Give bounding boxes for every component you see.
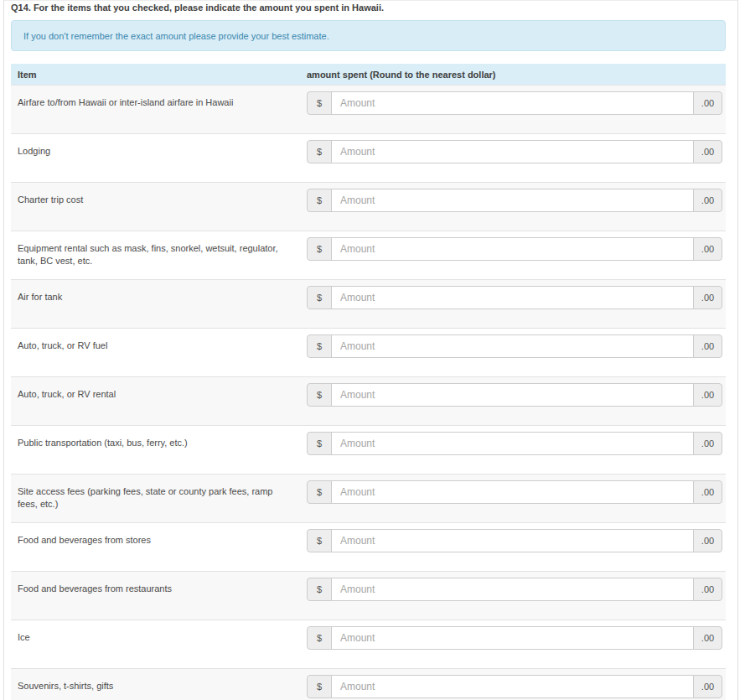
amount-input-group: $ .00 xyxy=(307,286,722,309)
amount-spent-table: Item amount spent (Round to the nearest … xyxy=(11,64,726,700)
cents-suffix: .00 xyxy=(693,189,722,212)
amount-cell: $ .00 xyxy=(307,669,726,700)
cents-suffix: .00 xyxy=(693,626,722,650)
table-body: Airfare to/from Hawaii or inter-island a… xyxy=(11,85,726,700)
amount-input-group: $ .00 xyxy=(307,432,722,455)
table-row: Airfare to/from Hawaii or inter-island a… xyxy=(11,85,726,133)
amount-input[interactable] xyxy=(331,334,694,358)
table-row: Site access fees (parking fees, state or… xyxy=(11,474,726,522)
item-label: Lodging xyxy=(11,134,307,182)
cents-suffix: .00 xyxy=(693,140,722,163)
question-hint-box: If you don't remember the exact amount p… xyxy=(11,20,726,51)
page-left-divider xyxy=(3,0,4,700)
amount-input[interactable] xyxy=(331,578,694,601)
amount-cell: $ .00 xyxy=(307,280,726,328)
amount-input-group: $ .00 xyxy=(307,91,722,115)
cents-suffix: .00 xyxy=(693,334,722,358)
item-label: Food and beverages from restaurants xyxy=(11,572,307,620)
table-row: Food and beverages from stores $ .00 xyxy=(11,522,726,571)
amount-input[interactable] xyxy=(331,91,694,115)
table-row: Souvenirs, t-shirts, gifts $ .00 xyxy=(11,668,726,700)
amount-input[interactable] xyxy=(331,626,694,650)
currency-prefix: $ xyxy=(307,237,332,261)
currency-prefix: $ xyxy=(307,91,332,115)
amount-cell: $ .00 xyxy=(307,572,726,620)
cents-suffix: .00 xyxy=(693,529,722,552)
item-label: Ice xyxy=(11,620,307,668)
currency-prefix: $ xyxy=(307,383,332,407)
cents-suffix: .00 xyxy=(693,432,722,455)
column-header-item: Item xyxy=(11,70,307,80)
column-header-amount: amount spent (Round to the nearest dolla… xyxy=(307,70,726,80)
cents-suffix: .00 xyxy=(693,480,722,504)
item-label: Airfare to/from Hawaii or inter-island a… xyxy=(11,86,307,133)
table-row: Charter trip cost $ .00 xyxy=(11,182,726,231)
amount-cell: $ .00 xyxy=(307,183,726,231)
amount-input-group: $ .00 xyxy=(307,578,722,601)
currency-prefix: $ xyxy=(307,334,332,358)
item-label: Auto, truck, or RV fuel xyxy=(11,329,307,376)
currency-prefix: $ xyxy=(307,578,332,601)
item-label: Souvenirs, t-shirts, gifts xyxy=(11,669,307,700)
currency-prefix: $ xyxy=(307,529,332,552)
table-row: Food and beverages from restaurants $ .0… xyxy=(11,571,726,620)
amount-input[interactable] xyxy=(331,675,694,698)
item-label: Food and beverages from stores xyxy=(11,523,307,571)
cents-suffix: .00 xyxy=(693,383,722,407)
amount-cell: $ .00 xyxy=(307,231,726,279)
amount-input[interactable] xyxy=(331,529,694,552)
item-label: Public transportation (taxi, bus, ferry,… xyxy=(11,426,307,474)
amount-input[interactable] xyxy=(331,286,694,309)
cents-suffix: .00 xyxy=(693,675,722,698)
table-row: Equipment rental such as mask, fins, sno… xyxy=(11,231,726,279)
question-hint-text: If you don't remember the exact amount p… xyxy=(23,31,329,41)
table-row: Auto, truck, or RV fuel $ .00 xyxy=(11,328,726,376)
table-row: Public transportation (taxi, bus, ferry,… xyxy=(11,425,726,474)
table-row: Auto, truck, or RV rental $ .00 xyxy=(11,376,726,425)
cents-suffix: .00 xyxy=(693,578,722,601)
amount-input-group: $ .00 xyxy=(307,140,722,163)
amount-input[interactable] xyxy=(331,432,694,455)
item-label: Air for tank xyxy=(11,280,307,328)
amount-input-group: $ .00 xyxy=(307,383,722,407)
table-row: Air for tank $ .00 xyxy=(11,279,726,328)
cents-suffix: .00 xyxy=(693,91,722,115)
question-title: Q14. For the items that you checked, ple… xyxy=(11,3,726,13)
page-right-divider xyxy=(737,0,738,700)
table-row: Ice $ .00 xyxy=(11,620,726,668)
amount-input[interactable] xyxy=(331,189,694,212)
amount-cell: $ .00 xyxy=(307,426,726,474)
amount-input-group: $ .00 xyxy=(307,529,722,552)
amount-input-group: $ .00 xyxy=(307,189,722,212)
currency-prefix: $ xyxy=(307,480,332,504)
amount-input-group: $ .00 xyxy=(307,626,722,650)
item-label: Site access fees (parking fees, state or… xyxy=(11,474,307,522)
amount-input[interactable] xyxy=(331,237,694,261)
item-label: Charter trip cost xyxy=(11,183,307,231)
amount-input-group: $ .00 xyxy=(307,675,722,698)
currency-prefix: $ xyxy=(307,675,332,698)
amount-cell: $ .00 xyxy=(307,134,726,182)
cents-suffix: .00 xyxy=(693,237,722,261)
amount-cell: $ .00 xyxy=(307,523,726,571)
amount-cell: $ .00 xyxy=(307,474,726,522)
amount-cell: $ .00 xyxy=(307,329,726,376)
amount-input[interactable] xyxy=(331,480,694,504)
amount-cell: $ .00 xyxy=(307,86,726,133)
currency-prefix: $ xyxy=(307,189,332,212)
amount-cell: $ .00 xyxy=(307,620,726,668)
amount-input-group: $ .00 xyxy=(307,334,722,358)
item-label: Auto, truck, or RV rental xyxy=(11,377,307,425)
amount-input[interactable] xyxy=(331,140,694,163)
currency-prefix: $ xyxy=(307,286,332,309)
amount-input-group: $ .00 xyxy=(307,237,722,261)
survey-question-block: Q14. For the items that you checked, ple… xyxy=(11,0,726,700)
table-header-row: Item amount spent (Round to the nearest … xyxy=(11,64,726,85)
amount-input-group: $ .00 xyxy=(307,480,722,504)
amount-input[interactable] xyxy=(331,383,694,407)
currency-prefix: $ xyxy=(307,432,332,455)
item-label: Equipment rental such as mask, fins, sno… xyxy=(11,231,307,279)
amount-cell: $ .00 xyxy=(307,377,726,425)
table-row: Lodging $ .00 xyxy=(11,133,726,182)
currency-prefix: $ xyxy=(307,140,332,163)
